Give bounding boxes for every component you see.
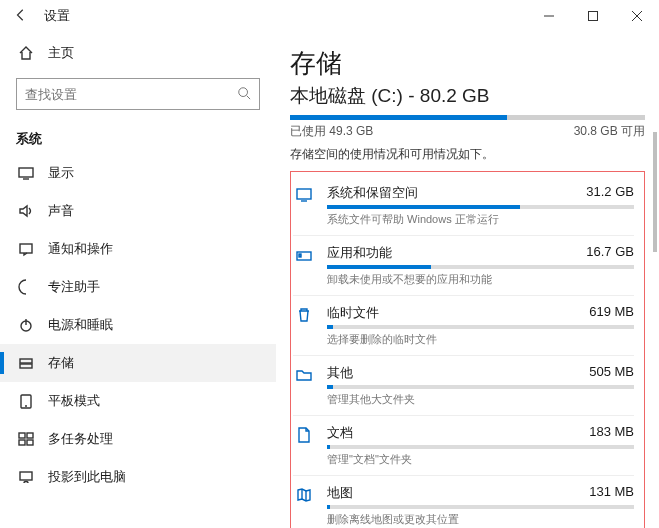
close-button[interactable] [615, 1, 659, 31]
sidebar-item-label: 专注助手 [48, 278, 100, 296]
system-icon [293, 184, 315, 204]
storage-icon [18, 355, 34, 371]
svg-rect-1 [589, 12, 598, 21]
maps-icon [293, 484, 315, 504]
category-sub: 选择要删除的临时文件 [327, 332, 634, 347]
category-title: 系统和保留空间 [327, 184, 418, 202]
category-title: 文档 [327, 424, 353, 442]
tablet-icon [18, 393, 34, 409]
page-title: 存储 [290, 46, 645, 81]
drive-label: 本地磁盘 (C:) - 80.2 GB [290, 83, 645, 109]
drive-usage-fill [290, 115, 507, 120]
svg-rect-11 [20, 359, 32, 363]
svg-rect-15 [19, 433, 25, 438]
sidebar-item-focus[interactable]: 专注助手 [0, 268, 276, 306]
category-sub: 管理"文档"文件夹 [327, 452, 634, 467]
category-size: 505 MB [589, 364, 634, 382]
category-bar [327, 505, 634, 509]
documents-icon [293, 424, 315, 444]
svg-rect-8 [20, 244, 32, 253]
category-title: 地图 [327, 484, 353, 502]
folder-icon [293, 364, 315, 384]
sidebar-item-label: 存储 [48, 354, 74, 372]
svg-point-4 [239, 87, 248, 96]
projecting-icon [18, 469, 34, 485]
trash-icon [293, 304, 315, 324]
search-field[interactable] [25, 87, 237, 102]
category-bar [327, 445, 634, 449]
storage-note: 存储空间的使用情况和可用情况如下。 [290, 146, 645, 163]
main-panel: 存储 本地磁盘 (C:) - 80.2 GB 已使用 49.3 GB 30.8 … [276, 32, 659, 528]
sidebar-item-label: 声音 [48, 202, 74, 220]
category-maps[interactable]: 地图131 MB 删除离线地图或更改其位置 [293, 478, 634, 528]
sidebar-item-label: 平板模式 [48, 392, 100, 410]
category-title: 临时文件 [327, 304, 379, 322]
maximize-button[interactable] [571, 1, 615, 31]
svg-rect-12 [20, 364, 32, 368]
category-title: 其他 [327, 364, 353, 382]
svg-rect-23 [299, 254, 301, 255]
window-title: 设置 [44, 7, 70, 25]
category-size: 31.2 GB [586, 184, 634, 202]
svg-rect-19 [20, 472, 32, 480]
apps-icon [293, 244, 315, 264]
drive-used-label: 已使用 49.3 GB [290, 123, 373, 140]
drive-usage-bar [290, 115, 645, 120]
svg-rect-20 [297, 189, 311, 199]
category-apps[interactable]: 应用和功能16.7 GB 卸载未使用或不想要的应用和功能 [293, 238, 634, 291]
search-icon [237, 86, 251, 103]
category-size: 183 MB [589, 424, 634, 442]
sidebar-item-multitask[interactable]: 多任务处理 [0, 420, 276, 458]
titlebar: 设置 [0, 0, 659, 32]
category-system[interactable]: 系统和保留空间31.2 GB 系统文件可帮助 Windows 正常运行 [293, 178, 634, 231]
category-title: 应用和功能 [327, 244, 392, 262]
category-documents[interactable]: 文档183 MB 管理"文档"文件夹 [293, 418, 634, 471]
sidebar-item-notifications[interactable]: 通知和操作 [0, 230, 276, 268]
drive-free-label: 30.8 GB 可用 [574, 123, 645, 140]
sidebar: 主页 系统 显示 声音 通知和操作 专注助手 [0, 32, 276, 528]
scrollbar[interactable] [653, 132, 657, 252]
category-sub: 管理其他大文件夹 [327, 392, 634, 407]
svg-rect-17 [19, 440, 25, 445]
sidebar-item-tablet[interactable]: 平板模式 [0, 382, 276, 420]
multitask-icon [18, 431, 34, 447]
svg-rect-16 [27, 433, 33, 438]
sidebar-section-header: 系统 [0, 118, 276, 154]
category-bar [327, 325, 634, 329]
sound-icon [18, 203, 34, 219]
sidebar-item-sound[interactable]: 声音 [0, 192, 276, 230]
sidebar-item-storage[interactable]: 存储 [0, 344, 276, 382]
search-input[interactable] [16, 78, 260, 110]
sidebar-item-projecting[interactable]: 投影到此电脑 [0, 458, 276, 496]
notifications-icon [18, 241, 34, 257]
category-size: 131 MB [589, 484, 634, 502]
focus-icon [18, 279, 34, 295]
sidebar-item-display[interactable]: 显示 [0, 154, 276, 192]
category-other[interactable]: 其他505 MB 管理其他大文件夹 [293, 358, 634, 411]
svg-rect-6 [19, 168, 33, 177]
sidebar-home-label: 主页 [48, 44, 74, 62]
power-icon [18, 317, 34, 333]
back-icon[interactable] [14, 8, 28, 25]
category-sub: 卸载未使用或不想要的应用和功能 [327, 272, 634, 287]
sidebar-item-label: 显示 [48, 164, 74, 182]
storage-categories: 系统和保留空间31.2 GB 系统文件可帮助 Windows 正常运行 应用和功… [290, 171, 645, 528]
category-size: 619 MB [589, 304, 634, 322]
svg-rect-18 [27, 440, 33, 445]
sidebar-item-label: 多任务处理 [48, 430, 113, 448]
sidebar-item-label: 投影到此电脑 [48, 468, 126, 486]
category-sub: 系统文件可帮助 Windows 正常运行 [327, 212, 634, 227]
sidebar-item-label: 电源和睡眠 [48, 316, 113, 334]
svg-rect-24 [299, 256, 301, 257]
display-icon [18, 165, 34, 181]
category-sub: 删除离线地图或更改其位置 [327, 512, 634, 527]
svg-line-5 [247, 95, 251, 99]
home-icon [18, 45, 34, 61]
category-bar [327, 205, 634, 209]
sidebar-item-label: 通知和操作 [48, 240, 113, 258]
category-bar [327, 265, 634, 269]
sidebar-home[interactable]: 主页 [0, 36, 276, 70]
sidebar-item-power[interactable]: 电源和睡眠 [0, 306, 276, 344]
minimize-button[interactable] [527, 1, 571, 31]
category-temp[interactable]: 临时文件619 MB 选择要删除的临时文件 [293, 298, 634, 351]
